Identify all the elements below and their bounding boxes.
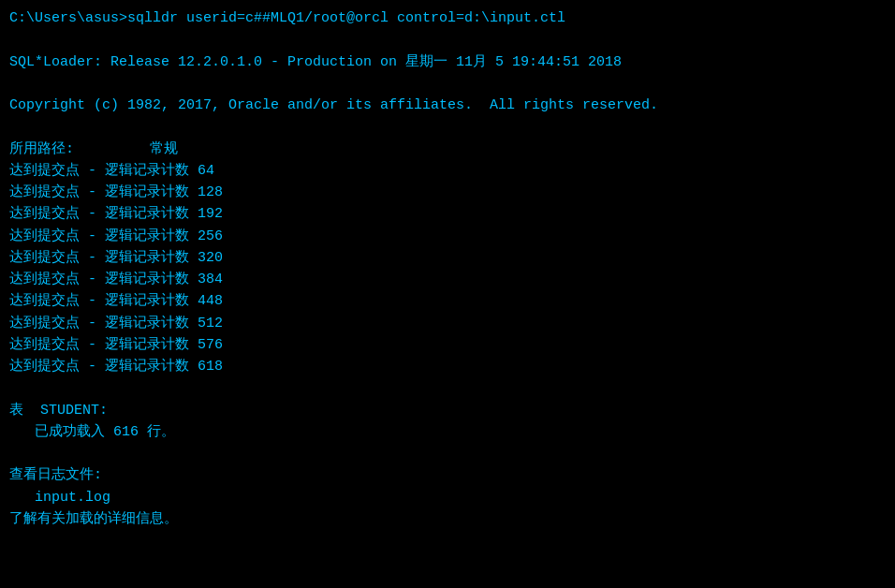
terminal-line-commit5: 达到提交点 - 逻辑记录计数 320 — [9, 247, 886, 269]
terminal-line-cmd-line: C:\Users\asus>sqlldr userid=c##MLQ1/root… — [9, 7, 886, 29]
terminal-line-version-line: SQL*Loader: Release 12.2.0.1.0 - Product… — [9, 51, 886, 73]
terminal-line-commit9: 达到提交点 - 逻辑记录计数 576 — [9, 334, 886, 356]
terminal-line-blank4 — [9, 377, 886, 399]
terminal-line-commit3: 达到提交点 - 逻辑记录计数 192 — [9, 203, 886, 225]
terminal-line-table-line: 表 STUDENT: — [9, 400, 886, 421]
terminal-line-loaded-line: 已成功载入 616 行。 — [9, 421, 886, 443]
terminal-line-commit4: 达到提交点 - 逻辑记录计数 256 — [9, 226, 886, 247]
terminal-window: C:\Users\asus>sqlldr userid=c##MLQ1/root… — [0, 0, 895, 588]
terminal-line-blank5 — [9, 443, 886, 464]
terminal-line-blank2 — [9, 73, 886, 95]
terminal-line-commit6: 达到提交点 - 逻辑记录计数 384 — [9, 269, 886, 290]
terminal-line-commit1: 达到提交点 - 逻辑记录计数 64 — [9, 160, 886, 182]
terminal-line-blank3 — [9, 116, 886, 138]
terminal-line-path-line: 所用路径: 常规 — [9, 139, 886, 160]
terminal-line-log-detail: 了解有关加载的详细信息。 — [9, 508, 886, 530]
terminal-line-log-label: 查看日志文件: — [9, 464, 886, 486]
terminal-line-commit2: 达到提交点 - 逻辑记录计数 128 — [9, 182, 886, 203]
terminal-line-commit8: 达到提交点 - 逻辑记录计数 512 — [9, 313, 886, 334]
terminal-line-log-file: input.log — [9, 487, 886, 508]
terminal-line-copyright-line: Copyright (c) 1982, 2017, Oracle and/or … — [9, 95, 886, 116]
terminal-line-commit10: 达到提交点 - 逻辑记录计数 618 — [9, 356, 886, 377]
terminal-line-blank1 — [9, 29, 886, 51]
terminal-line-commit7: 达到提交点 - 逻辑记录计数 448 — [9, 290, 886, 312]
